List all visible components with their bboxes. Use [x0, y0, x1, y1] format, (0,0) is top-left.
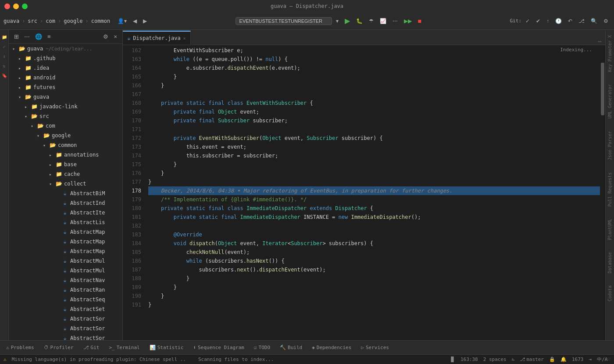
tree-item-github[interactable]: ▸📁.github — [9, 54, 122, 63]
tree-item-AbstractMap1[interactable]: ☕AbstractMap — [9, 227, 122, 237]
tree-item-AbstractIte[interactable]: ☕AbstractIte — [9, 208, 122, 218]
right-tab-codota[interactable]: Codota — [607, 284, 613, 303]
settings-button[interactable]: ⚙ — [601, 17, 610, 25]
tree-item-android[interactable]: ▸📁android — [9, 73, 122, 82]
tree-item-AbstractBiM[interactable]: ☕AbstractBiM — [9, 189, 122, 198]
right-tab-pull-requests[interactable]: Pull Requests — [607, 171, 613, 208]
run-all-button[interactable]: ▶▶ — [402, 17, 414, 25]
tab-overflow-button[interactable]: ⋯ — [595, 38, 605, 45]
git-history-button[interactable]: 🕐 — [553, 17, 564, 25]
coverage-button[interactable]: ☂ — [367, 17, 376, 25]
tree-item-AbstractMul1[interactable]: ☕AbstractMul — [9, 256, 122, 266]
tree-item-AbstractSor2[interactable]: ☕AbstractSor — [9, 324, 122, 333]
sidebar-dots-btn[interactable]: ⋯ — [22, 32, 32, 41]
bottom-tab-services[interactable]: ▷Services — [357, 342, 393, 353]
code-editor[interactable]: Indexing... 1621631641651661671681691701… — [123, 45, 605, 340]
bottom-tab-git[interactable]: ⎇Git — [79, 342, 104, 353]
minimize-button[interactable] — [13, 4, 19, 9]
tree-item-futures[interactable]: ▸📁futures — [9, 82, 122, 92]
tree-item-AbstractInd[interactable]: ☕AbstractInd — [9, 198, 122, 208]
tree-item-idea[interactable]: ▸📁.idea — [9, 63, 122, 73]
debug-button[interactable]: 🐛 — [354, 17, 365, 25]
tree-item-AbstractNav[interactable]: ☕AbstractNav — [9, 275, 122, 285]
tree-item-guava-sub[interactable]: ▾📂guava — [9, 92, 122, 102]
tree-item-google[interactable]: ▾📂google — [9, 131, 122, 140]
search-button[interactable]: 🔍 — [589, 17, 600, 25]
commit-icon[interactable]: ✓ — [1, 43, 8, 50]
tree-item-AbstractMap3[interactable]: ☕AbstractMap — [9, 246, 122, 256]
tree-item-AbstractRan[interactable]: ☕AbstractRan — [9, 285, 122, 295]
bottom-tab-problems[interactable]: ⚠Problems — [2, 342, 39, 353]
scrollbar[interactable] — [600, 45, 605, 340]
right-tab-plantuml[interactable]: PlantUML — [607, 217, 613, 242]
sidebar-globe-btn[interactable]: 🌐 — [33, 32, 44, 41]
run-configuration-select[interactable]: EVENTBUSTEST.TESTUNREGISTER — [236, 17, 332, 25]
stop-button[interactable]: ■ — [416, 16, 424, 26]
tree-item-com[interactable]: ▾📂com — [9, 121, 122, 131]
right-tab-database[interactable]: Database — [607, 250, 613, 275]
right-tab-json-parser[interactable]: Json Parser — [607, 129, 613, 162]
tree-item-label: AbstractMul — [70, 258, 105, 264]
lang-icons: 中/A♡ — [597, 356, 610, 363]
breadcrumb-guava[interactable]: guava — [4, 18, 19, 24]
tree-item-AbstractMul2[interactable]: ☕AbstractMul — [9, 266, 122, 275]
breadcrumb-common[interactable]: common — [91, 18, 110, 24]
code-line: Decker, 2014/8/6, 04:38 • Major refactor… — [148, 186, 600, 195]
right-tab-uml-generator[interactable]: UML Generator — [607, 82, 613, 120]
git-branches-button[interactable]: ⎇ — [576, 17, 587, 25]
scrollbar-thumb[interactable] — [601, 63, 604, 115]
profile-button[interactable]: 📈 — [378, 17, 389, 25]
git-check-button[interactable]: ✓ — [523, 17, 532, 25]
tree-item-AbstractSet[interactable]: ☕AbstractSet — [9, 304, 122, 314]
bottom-tab-dependencies[interactable]: ◈Dependencies — [307, 342, 356, 353]
tree-item-guava-root[interactable]: ▾📂guava~/Coding/lear... — [9, 44, 122, 54]
breadcrumb-google[interactable]: google — [64, 18, 82, 24]
bottom-tab-todo[interactable]: ☑TODO — [250, 342, 275, 353]
right-tab-key-promoter[interactable]: Key Promoter X — [607, 33, 613, 74]
maximize-button[interactable] — [22, 4, 28, 9]
bottom-tab-terminal[interactable]: >_Terminal — [104, 342, 144, 353]
git-push-button[interactable]: ↑ — [544, 17, 551, 25]
breadcrumb-src[interactable]: src — [28, 18, 37, 24]
code-content: EventWithSubscriber e; while ((e = queue… — [145, 45, 600, 340]
tree-item-annotations[interactable]: ▸📁annotations — [9, 150, 122, 160]
git-checkmark-button[interactable]: ✔ — [534, 17, 543, 25]
tree-item-cache[interactable]: ▸📁cache — [9, 169, 122, 179]
nav-forward-button[interactable]: ▶ — [141, 17, 149, 25]
run-button[interactable]: ▶ — [343, 15, 352, 26]
tree-item-collect[interactable]: ▾📂collect — [9, 179, 122, 189]
git-rollback-button[interactable]: ↶ — [566, 17, 575, 25]
tree-item-AbstractLis[interactable]: ☕AbstractLis — [9, 218, 122, 227]
file-tab[interactable]: ☕ Dispatcher.java × — [123, 31, 191, 45]
warning-text: Missing language(s) in proofreading plug… — [12, 357, 186, 362]
bottom-tab-statistic[interactable]: 📊Statistic — [145, 342, 188, 353]
tree-item-AbstractSor3[interactable]: ☕AbstractSor — [9, 333, 122, 340]
tree-item-AbstractSeq[interactable]: ☕AbstractSeq — [9, 295, 122, 304]
tree-item-label: AbstractRan — [70, 287, 105, 293]
requests-icon[interactable]: ↕ — [1, 53, 8, 60]
bottom-tab-profiler[interactable]: ⏱Profiler — [39, 342, 78, 353]
tree-item-javadoc-link[interactable]: ▸📁javadoc-link — [9, 102, 122, 111]
tree-item-AbstractMap2[interactable]: ☕AbstractMap — [9, 237, 122, 246]
tab-close-button[interactable]: × — [183, 36, 186, 41]
nav-back-button[interactable]: ◀ — [131, 17, 139, 25]
tree-item-common[interactable]: ▾📂common — [9, 140, 122, 150]
more-run-button[interactable]: ⋯ — [390, 17, 400, 25]
sidebar-gear-btn[interactable]: ⚙ — [101, 32, 110, 41]
tree-item-base[interactable]: ▸📁base — [9, 160, 122, 169]
project-icon[interactable]: 📁 — [1, 33, 8, 40]
bottom-tab-sequence-diagram[interactable]: ⬆Sequence Diagram — [189, 342, 249, 353]
tree-item-AbstractSor1[interactable]: ☕AbstractSor — [9, 314, 122, 324]
bookmarks-icon[interactable]: 🔖 — [1, 72, 8, 79]
close-button[interactable] — [4, 4, 10, 9]
breadcrumb-com[interactable]: com — [46, 18, 55, 24]
indent-icon: ⇥ — [589, 357, 592, 362]
config-dropdown-button[interactable]: ▾ — [334, 17, 341, 25]
sidebar-layout-btn[interactable]: ⊞ — [12, 32, 21, 41]
sidebar-collapse-btn[interactable]: ≡ — [46, 32, 53, 41]
pull-icon[interactable]: ⇅ — [1, 62, 8, 69]
tree-item-src[interactable]: ▾📂src — [9, 111, 122, 121]
user-icon-button[interactable]: 👤▾ — [115, 17, 129, 25]
bottom-tab-build[interactable]: 🔨Build — [275, 342, 307, 353]
sidebar-close-btn[interactable]: × — [112, 32, 119, 41]
